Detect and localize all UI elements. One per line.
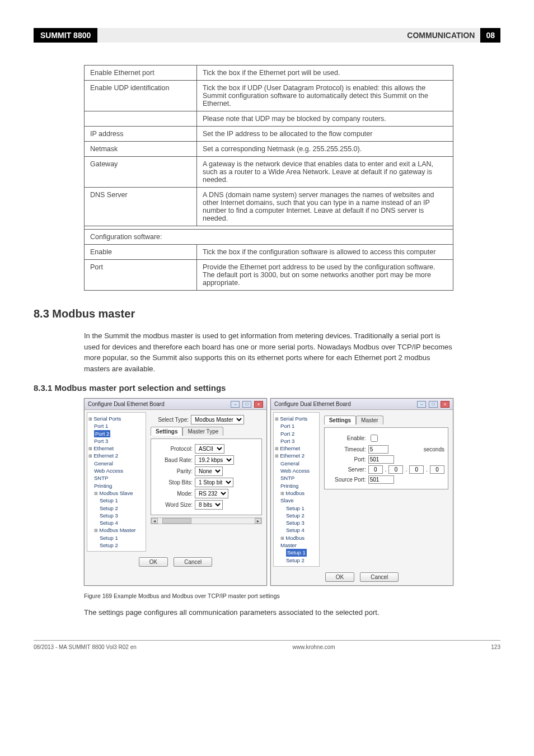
tree-mm-setup1-selected[interactable]: Setup 1: [286, 549, 307, 556]
wordsize-label: Word Size:: [154, 502, 193, 508]
wordsize-dropdown[interactable]: 8 bits: [195, 500, 223, 510]
tree-port2-selected[interactable]: Port 2: [94, 430, 110, 437]
scroll-thumb[interactable]: [162, 518, 191, 524]
tree-setup1[interactable]: Setup 1: [88, 497, 144, 504]
ip-octet-3[interactable]: [409, 465, 424, 474]
tree-port3[interactable]: Port 3: [275, 437, 318, 445]
dialog-ethernet-master: Configure Dual Ethernet Board – □ x Seri…: [270, 398, 453, 586]
cancel-button[interactable]: Cancel: [360, 572, 399, 582]
tree-ethernet[interactable]: Ethernet: [88, 445, 144, 452]
minimize-icon[interactable]: –: [417, 401, 426, 408]
close-icon[interactable]: x: [254, 401, 263, 408]
baud-dropdown[interactable]: 19.2 kbps: [195, 455, 234, 465]
tree-mm-setup2[interactable]: Setup 2: [275, 557, 318, 564]
table-row: IP addressSet the IP address to be alloc…: [85, 127, 453, 142]
close-icon[interactable]: x: [441, 401, 449, 408]
horizontal-scrollbar[interactable]: ◄ ►: [151, 517, 262, 524]
row-desc: A DNS (domain name system) server manage…: [197, 188, 453, 226]
tree-modbus-slave[interactable]: Modbus Slave: [88, 489, 144, 497]
select-type-dropdown[interactable]: Modbus Master: [191, 415, 244, 424]
ip-octet-4[interactable]: [430, 465, 444, 474]
row-desc: Tick the box if the Ethernet port will b…: [197, 66, 453, 81]
tab-content: Protocol:ASCII Baud Rate:19.2 kbps Parit…: [151, 438, 262, 515]
tree-web-access[interactable]: Web Access: [275, 467, 318, 474]
tab-master-type[interactable]: Master Type: [182, 427, 223, 436]
ip-octet-1[interactable]: [368, 465, 383, 474]
tree-mm-setup1[interactable]: Setup 1: [88, 534, 144, 542]
row-label: Gateway: [85, 157, 197, 188]
mode-dropdown[interactable]: RS 232: [195, 489, 228, 498]
tree-modbus-slave[interactable]: Modbus Slave: [275, 489, 318, 505]
row-desc: Provide the Ethernet port address to be …: [197, 260, 453, 291]
row-label: Enable UDP identification: [85, 81, 197, 111]
tree-web-access[interactable]: Web Access: [88, 467, 144, 474]
tree-ethernet[interactable]: Ethernet: [275, 445, 318, 452]
tree-modbus-master[interactable]: Modbus Master: [275, 534, 318, 549]
subhead-text: Configuration software:: [85, 230, 453, 245]
table-row: EnableTick the box if the configuration …: [85, 245, 453, 260]
tree-mm-setup2[interactable]: Setup 2: [88, 542, 144, 549]
tab-settings[interactable]: Settings: [151, 427, 182, 436]
tree-port3[interactable]: Port 3: [88, 437, 144, 445]
scroll-left-icon[interactable]: ◄: [151, 518, 158, 524]
tree-setup1[interactable]: Setup 1: [275, 505, 318, 512]
tree-setup3[interactable]: Setup 3: [88, 512, 144, 519]
tree-setup2[interactable]: Setup 2: [275, 512, 318, 519]
tree-printing[interactable]: Printing: [275, 482, 318, 489]
tree-port1[interactable]: Port 1: [88, 422, 144, 430]
config-table: Enable Ethernet portTick the box if the …: [84, 65, 453, 291]
tree-ethernet2[interactable]: Ethernet 2: [88, 452, 144, 459]
after-figure-text: The settings page configures all communi…: [84, 607, 453, 618]
nav-tree[interactable]: Serial Ports Port 1 Port 2 Port 3 Ethern…: [273, 412, 320, 567]
protocol-dropdown[interactable]: ASCII: [195, 444, 224, 454]
timeout-input[interactable]: [368, 445, 388, 454]
row-desc: A gateway is the network device that ena…: [197, 157, 453, 188]
tab-master[interactable]: Master: [356, 416, 383, 424]
srcport-input[interactable]: [368, 475, 394, 484]
enable-checkbox[interactable]: [371, 435, 378, 442]
timeout-unit: seconds: [424, 446, 444, 452]
minimize-icon[interactable]: –: [231, 401, 240, 408]
product-name: SUMMIT 8800: [34, 28, 97, 43]
tree-setup2[interactable]: Setup 2: [88, 505, 144, 512]
tree-modbus-master[interactable]: Modbus Master: [88, 526, 144, 534]
tree-setup4[interactable]: Setup 4: [275, 526, 318, 534]
tree-serial-ports[interactable]: Serial Ports: [88, 415, 144, 422]
tree-serial-ports[interactable]: Serial Ports: [275, 415, 318, 422]
settings-pane: Select Type: Modbus Master Settings Mast…: [148, 412, 264, 552]
maximize-icon[interactable]: □: [429, 401, 438, 408]
tree-setup3[interactable]: Setup 3: [275, 519, 318, 526]
section-name: COMMUNICATION: [401, 28, 480, 43]
page-footer: 08/2013 - MA SUMMIT 8800 Vol3 R02 en www…: [34, 640, 500, 650]
row-desc: Set a corresponding Netmask (e.g. 255.25…: [197, 142, 453, 157]
tree-sntp[interactable]: SNTP: [88, 474, 144, 482]
row-desc: Tick the box if the configuration softwa…: [197, 245, 453, 260]
row-label: DNS Server: [85, 188, 197, 226]
stopbits-dropdown[interactable]: 1 Stop bit: [195, 478, 233, 487]
timeout-label: Timeout:: [328, 446, 366, 452]
ok-button[interactable]: OK: [139, 557, 168, 567]
cancel-button[interactable]: Cancel: [174, 557, 212, 567]
tree-sntp[interactable]: SNTP: [275, 474, 318, 482]
ok-button[interactable]: OK: [325, 572, 354, 582]
section-8-3-para: In the Summit the modbus master is used …: [84, 330, 453, 374]
tree-general[interactable]: General: [275, 460, 318, 467]
scroll-right-icon[interactable]: ►: [255, 518, 261, 524]
port-input[interactable]: [368, 455, 394, 464]
table-row: PortProvide the Ethernet port address to…: [85, 260, 453, 291]
tree-port1[interactable]: Port 1: [275, 422, 318, 430]
tab-settings[interactable]: Settings: [324, 416, 356, 424]
row-label: Netmask: [85, 142, 197, 157]
maximize-icon[interactable]: □: [242, 401, 251, 408]
ip-octet-2[interactable]: [388, 465, 403, 474]
nav-tree[interactable]: Serial Ports Port 1 Port 2 Port 3 Ethern…: [87, 412, 146, 552]
titlebar[interactable]: Configure Dual Ethernet Board – □ x: [85, 399, 266, 410]
tree-ethernet2[interactable]: Ethernet 2: [275, 452, 318, 459]
parity-dropdown[interactable]: None: [195, 466, 223, 476]
titlebar[interactable]: Configure Dual Ethernet Board – □ x: [271, 399, 453, 410]
tree-setup4[interactable]: Setup 4: [88, 519, 144, 526]
page-header: SUMMIT 8800 COMMUNICATION 08: [34, 28, 500, 43]
tree-general[interactable]: General: [88, 460, 144, 467]
tree-printing[interactable]: Printing: [88, 482, 144, 489]
tree-port2[interactable]: Port 2: [275, 430, 318, 437]
